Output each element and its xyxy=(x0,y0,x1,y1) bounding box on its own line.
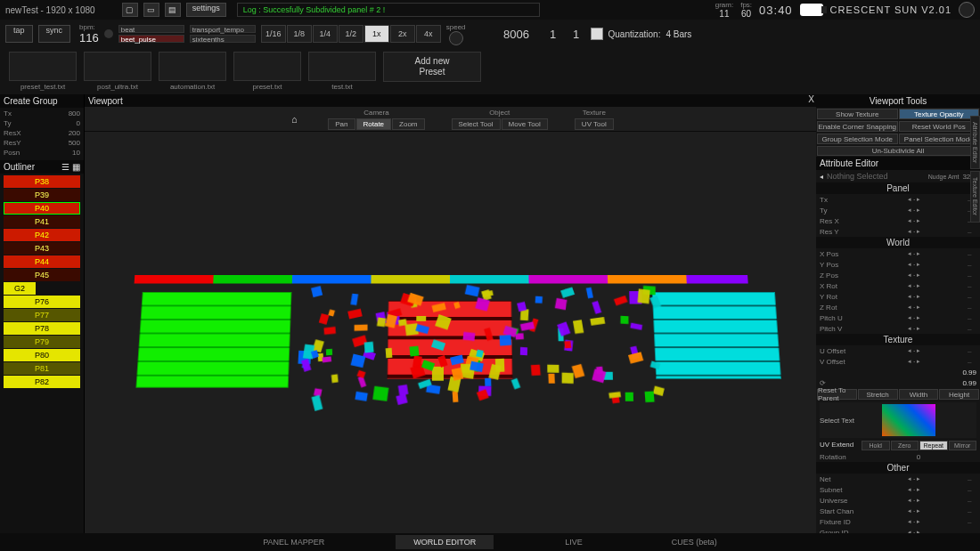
vp-tool-zoom[interactable]: Zoom xyxy=(392,118,424,130)
outliner-item-P45[interactable]: P45 xyxy=(4,269,80,281)
ae-attr-control[interactable]: ◂·▸ xyxy=(861,196,968,204)
uv-zero[interactable]: Zero xyxy=(891,441,919,450)
outliner-item-P82[interactable]: P82 xyxy=(4,376,80,388)
rate-1/16[interactable]: 1/16 xyxy=(261,25,286,43)
ae-btn-height[interactable]: Height xyxy=(939,389,979,400)
rate-2x[interactable]: 2x xyxy=(390,25,415,43)
ae-attr-control[interactable]: ◂·▸ xyxy=(861,250,968,258)
ae-attr-control[interactable]: ◂·▸ xyxy=(861,261,968,269)
vptool-enable-corner-snapping[interactable]: Enable Corner Snapping xyxy=(817,121,898,132)
quantize-value[interactable]: 4 Bars xyxy=(666,29,691,39)
uv-hold[interactable]: Hold xyxy=(862,441,890,450)
vptool-show-texture[interactable]: Show Texture xyxy=(817,109,898,119)
unsubdivide-button[interactable]: Un-Subdivide All xyxy=(817,146,979,156)
settings-button[interactable]: settings xyxy=(186,3,226,17)
sync-button[interactable]: sync xyxy=(38,25,71,43)
file-open-icon[interactable]: ▭ xyxy=(143,3,159,17)
vp-tool-rotate[interactable]: Rotate xyxy=(356,118,392,130)
preset-slot[interactable] xyxy=(233,52,301,81)
rate-1/2[interactable]: 1/2 xyxy=(339,25,363,43)
uv-mirror[interactable]: Mirror xyxy=(949,441,977,450)
preset-slot[interactable] xyxy=(308,52,376,81)
vptool-panel-selection-mode[interactable]: Panel Selection Mode xyxy=(899,134,980,144)
outliner-item-P77[interactable]: P77 xyxy=(4,309,80,321)
outliner-item-P38[interactable]: P38 xyxy=(4,175,80,188)
ae-attr-control[interactable]: ◂·▸ xyxy=(861,207,968,215)
ae-attr-control[interactable]: ◂·▸ xyxy=(861,497,968,505)
rotation-value[interactable]: 0 xyxy=(861,453,976,461)
ae-btn-reset-to-parent[interactable]: Reset To Parent xyxy=(817,389,857,400)
preset-slot[interactable] xyxy=(84,52,151,81)
bottom-tab-cues--beta-[interactable]: CUES (beta) xyxy=(654,535,735,549)
outliner-item-P78[interactable]: P78 xyxy=(4,322,80,335)
vptool-reset-world-pos[interactable]: Reset World Pos xyxy=(899,121,980,132)
ae-btn-stretch[interactable]: Stretch xyxy=(858,389,898,400)
outliner-item-P79[interactable]: P79 xyxy=(4,336,80,348)
outliner-opts-icon[interactable]: ☰ ▦ xyxy=(61,162,80,172)
speed-dial[interactable] xyxy=(449,31,463,45)
ae-btn-width[interactable]: Width xyxy=(899,389,939,400)
cg-value[interactable]: 500 xyxy=(69,139,80,149)
bottom-tab-live[interactable]: LIVE xyxy=(547,535,600,549)
ae-attr-control[interactable]: ◂·▸ xyxy=(861,228,968,236)
outliner-item-P80[interactable]: P80 xyxy=(4,349,80,361)
cg-value[interactable]: 200 xyxy=(69,129,80,139)
outliner-item-P40[interactable]: P40 xyxy=(4,202,80,215)
ae-attr-control[interactable]: ◂·▸ xyxy=(861,314,968,322)
ae-attr-control[interactable]: ◂·▸ xyxy=(861,325,968,333)
side-tab-attribute[interactable]: Attribute Editor xyxy=(970,116,980,169)
rate-1x[interactable]: 1x xyxy=(364,25,389,43)
viewport-close-icon[interactable]: X xyxy=(808,94,814,104)
file-new-icon[interactable]: ▢ xyxy=(122,3,138,17)
rate-1/8[interactable]: 1/8 xyxy=(287,25,312,43)
outliner-item-P42[interactable]: P42 xyxy=(4,229,80,241)
ae-attr-control[interactable]: ◂·▸ xyxy=(861,347,968,355)
ae-attr-control[interactable]: ◂·▸ xyxy=(861,518,968,526)
vptool-texture-opacity[interactable]: Texture Opacity xyxy=(899,109,980,119)
viewport-canvas[interactable] xyxy=(85,132,816,533)
ae-attr-control[interactable]: ◂·▸ xyxy=(861,486,968,494)
vp-tool-select-tool[interactable]: Select Tool xyxy=(452,118,501,130)
outliner-item-P44[interactable]: P44 xyxy=(4,255,80,268)
ae-attr-control[interactable]: ◂·▸ xyxy=(861,304,968,312)
file-save-icon[interactable]: ▤ xyxy=(165,3,181,17)
outliner-item-G2[interactable]: G2 xyxy=(4,282,36,295)
ae-attr-control[interactable]: ◂·▸ xyxy=(861,475,968,483)
quantize-checkbox[interactable] xyxy=(591,28,603,40)
ae-attr-control[interactable]: ◂·▸ xyxy=(861,358,968,366)
ae-attr-control[interactable]: ◂·▸ xyxy=(861,217,968,225)
vptool-group-selection-mode[interactable]: Group Selection Mode xyxy=(817,134,898,144)
bottom-tab-world-editor[interactable]: WORLD EDITOR xyxy=(396,535,494,549)
side-tab-texture[interactable]: Texture Editor xyxy=(970,171,980,222)
tempo-select[interactable]: transport_tempo sixteenths xyxy=(190,25,256,43)
ae-attr-control[interactable]: ◂·▸ xyxy=(861,282,968,290)
ae-attr-control[interactable]: ◂·▸ xyxy=(861,507,968,515)
vp-tool-uv-tool[interactable]: UV Tool xyxy=(575,118,614,130)
add-preset-button[interactable]: Add newPreset xyxy=(383,52,481,82)
outliner-item-P39[interactable]: P39 xyxy=(4,189,80,201)
outliner-item-P43[interactable]: P43 xyxy=(4,242,80,255)
vp-tool-move-tool[interactable]: Move Tool xyxy=(502,118,548,130)
ae-prev-icon[interactable]: ◂ xyxy=(820,173,823,181)
cg-value[interactable]: 800 xyxy=(69,109,80,119)
bottom-tab-panel-mapper[interactable]: PANEL MAPPER xyxy=(245,535,342,549)
outliner-item-P41[interactable]: P41 xyxy=(4,215,80,228)
power-icon[interactable] xyxy=(800,4,823,16)
ae-attr-control[interactable]: ◂·▸ xyxy=(861,293,968,301)
outliner-item-P76[interactable]: P76 xyxy=(4,296,80,308)
rate-1/4[interactable]: 1/4 xyxy=(313,25,338,43)
rate-4x[interactable]: 4x xyxy=(416,25,441,43)
uv-repeat[interactable]: Repeat xyxy=(919,441,948,450)
texture-preview[interactable] xyxy=(882,404,935,436)
cg-value[interactable]: 0 xyxy=(77,119,80,129)
cg-value[interactable]: 10 xyxy=(72,149,80,158)
outliner-item-P81[interactable]: P81 xyxy=(4,362,80,375)
preset-slot[interactable] xyxy=(159,52,226,81)
tap-button[interactable]: tap xyxy=(5,25,33,43)
home-icon[interactable]: ⌂ xyxy=(287,112,301,126)
beat-select[interactable]: beat beet_pulse xyxy=(118,25,184,43)
preset-slot[interactable] xyxy=(9,52,77,81)
ae-attr-control[interactable]: ◂·▸ xyxy=(861,271,968,280)
master-dial[interactable] xyxy=(959,2,975,18)
select-texture-button[interactable]: Select Text xyxy=(820,417,864,425)
